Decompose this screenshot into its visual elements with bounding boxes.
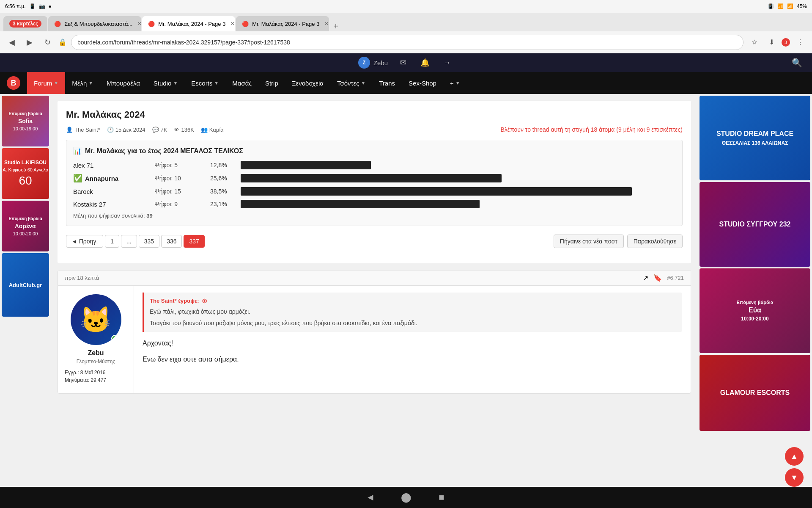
svg-text:B: B: [11, 79, 16, 87]
scroll-up-button[interactable]: ▲: [785, 447, 804, 466]
poll-row-2: ✅ Annapurna Ψήφοι: 10 25,6%: [73, 174, 675, 183]
status-bar: 6:56 π.μ. 📱 📷 ● 📳 📶 📶 45%: [0, 0, 812, 13]
right-ad-1[interactable]: STUDIO DREAM PLACE ΘΕΣΣΑΛΙΑΣ 136 ΑΛΑΙΩΝΑ…: [700, 96, 810, 180]
thread-author: 👤 The Saint*: [66, 127, 100, 133]
page-btn-1[interactable]: 1: [105, 235, 119, 248]
nav-studio[interactable]: Studio ▼: [147, 72, 184, 94]
follow-button[interactable]: Παρακολούθησε: [627, 235, 683, 248]
notifications-button[interactable]: 🔔: [418, 56, 432, 69]
poll-votes-4: Ψήφοι: 9: [154, 201, 205, 207]
nav-meli[interactable]: Μέλη ▼: [65, 72, 100, 94]
tab-count-badge: 3 καρτέλες: [9, 20, 41, 28]
brand-logo[interactable]: B: [0, 72, 27, 94]
nav-tsontes-label: Τσόντες: [337, 80, 359, 87]
nav-masaz[interactable]: Μασάζ: [225, 72, 258, 94]
home-nav-button[interactable]: ⬤: [397, 488, 415, 507]
nav-meli-label: Μέλη: [72, 80, 87, 87]
post-username[interactable]: Zebu: [65, 349, 127, 357]
right-sidebar: STUDIO DREAM PLACE ΘΕΣΣΑΛΙΑΣ 136 ΑΛΑΙΩΝΑ…: [698, 94, 812, 433]
nav-xenodoxeia-label: Ξενοδοχεία: [292, 80, 324, 87]
post-user-meta: Εγγρ.: 8 Μαΐ 2016 Μηνύματα: 29.477: [65, 370, 127, 383]
poll-bar-4: [241, 200, 675, 208]
tab2-favicon: 🔴: [54, 21, 61, 27]
page-btn-335[interactable]: 335: [139, 235, 159, 248]
nav-escorts[interactable]: Escorts ▼: [184, 72, 225, 94]
poll-candidate-3: Barock: [73, 188, 149, 195]
back-nav-button[interactable]: ◄: [361, 488, 380, 507]
nav-tsontes[interactable]: Τσόντες ▼: [330, 72, 372, 94]
nav-sexshop[interactable]: Sex-Shop: [402, 72, 443, 94]
right-ad3-label: Επόμενη βάρδια: [736, 300, 773, 305]
nav-tsontes-chevron: ▼: [361, 80, 365, 86]
reload-button[interactable]: ↻: [41, 36, 54, 49]
search-button[interactable]: 🔍: [790, 56, 804, 69]
thread-meta: 👤 The Saint* 🕐 15 Δεκ 2024 💬 7K 👁 136K 👥: [66, 126, 683, 133]
goto-new-post-button[interactable]: Πήγαινε στα νέα ποστ: [554, 235, 624, 248]
right-ad-4[interactable]: GLAMOUR ESCORTS: [700, 355, 810, 431]
bookmark-post-button[interactable]: 🔖: [653, 274, 662, 282]
nav-escorts-chevron: ▼: [214, 80, 219, 86]
user-profile-link[interactable]: Z Zebu: [358, 57, 388, 69]
tab3-close[interactable]: ✕: [230, 21, 235, 27]
online-indicator: ✓: [111, 335, 119, 342]
left-ad1-label: Επόμενη βάρδια: [8, 111, 42, 116]
tab2-close[interactable]: ✕: [137, 21, 141, 27]
post-time: πριν 18 λεπτά: [65, 275, 99, 281]
post-header: πριν 18 λεπτά ↗ 🔖 #6.721: [58, 271, 691, 286]
tab-4[interactable]: 🔴 Mr. Μαλάκας 2024 - Page 3 ✕: [236, 16, 329, 31]
tab4-favicon: 🔴: [242, 21, 249, 27]
nav-mpourdela[interactable]: Μπουρδέλα: [100, 72, 147, 94]
left-ad1-hours: 10:00-19:00: [13, 126, 38, 131]
recents-nav-button[interactable]: ■: [432, 488, 451, 507]
bookmark-button[interactable]: ☆: [748, 36, 761, 49]
quote-block: The Saint* έγραψε: ⊕ Εγώ πάλι, φτωχικά ό…: [143, 293, 682, 332]
thread-replies: 💬 7K: [152, 127, 167, 133]
nav-xenodoxeia[interactable]: Ξενοδοχεία: [285, 72, 330, 94]
nav-forum-label: Forum: [34, 80, 52, 87]
post-user-rank: Γλομπεο-Μύστης: [65, 359, 127, 364]
url-input[interactable]: [71, 35, 743, 50]
right-ad-2[interactable]: STUDIO ΣΥΓΓΡΟΥ 232: [700, 182, 810, 267]
thread-followers: 👥 Καμία: [201, 127, 224, 133]
nav-strip[interactable]: Strip: [258, 72, 285, 94]
poll-votes-2: Ψήφοι: 10: [154, 175, 205, 182]
quote-expand-button[interactable]: ⊕: [202, 297, 207, 305]
nav-more[interactable]: + ▼: [443, 72, 467, 94]
left-ad-3[interactable]: Επόμενη βάρδια Λορένα 10:00-20:00: [2, 201, 49, 251]
left-ad3-hours: 10:00-20:00: [13, 231, 38, 236]
download-button[interactable]: ⬇: [765, 36, 778, 49]
scroll-down-button[interactable]: ▼: [785, 468, 804, 487]
poll-row-3: Barock Ψήφοι: 15 38,5%: [73, 187, 675, 196]
right-ad-3[interactable]: Επόμενη βάρδια Εύα 10:00-20:00: [700, 268, 810, 353]
right-ad4-title: GLAMOUR ESCORTS: [720, 389, 790, 397]
user-toolbar: Z Zebu ✉ 🔔 → 🔍: [0, 53, 812, 72]
forward-button[interactable]: ▶: [23, 36, 36, 49]
page-btn-337[interactable]: 337: [184, 235, 204, 248]
wifi-icon: 📶: [787, 3, 793, 9]
prev-page-button[interactable]: ◄ Προηγ.: [66, 235, 103, 248]
messages-button[interactable]: ✉: [396, 56, 410, 69]
left-ad-2[interactable]: Studio L.KIFISOU Α. Κηφισού 60 Αγγελο 60: [2, 148, 49, 199]
tab-count[interactable]: 3 καρτέλες: [3, 16, 47, 31]
page-wrapper: Επόμενη βάρδια Sofia 10:00-19:00 Studio …: [0, 94, 812, 433]
share-button[interactable]: ↗: [643, 274, 648, 282]
tab4-close[interactable]: ✕: [324, 21, 329, 27]
main-nav: B Forum ▼ Μέλη ▼ Μπουρδέλα Studio ▼ Esco…: [0, 72, 812, 94]
new-tab-button[interactable]: +: [330, 22, 342, 31]
tab-2[interactable]: 🔴 Σεξ & Μπουρδελοκαταστά... ✕: [48, 16, 141, 31]
nav-forum[interactable]: Forum ▼: [27, 72, 65, 94]
tab-3[interactable]: 🔴 Mr. Μαλάκας 2024 - Page 3 ✕: [142, 16, 235, 31]
user-avatar-small: Z: [358, 57, 370, 69]
left-ad-1[interactable]: Επόμενη βάρδια Sofia 10:00-19:00: [2, 96, 49, 146]
back-button[interactable]: ◀: [5, 36, 19, 49]
page-btn-336[interactable]: 336: [161, 235, 182, 248]
tab-count-badge2[interactable]: 3: [782, 38, 790, 47]
logout-button[interactable]: →: [440, 56, 454, 69]
nav-trans[interactable]: Trans: [372, 72, 402, 94]
left-ad-4[interactable]: AdultClub.gr: [2, 253, 49, 317]
messages-row: Μηνύματα: 29.477: [65, 377, 127, 383]
winner-check-icon: ✅: [73, 174, 82, 183]
right-ad1-title: STUDIO DREAM PLACE: [716, 130, 793, 138]
tab-bar: 3 καρτέλες 🔴 Σεξ & Μπουρδελοκαταστά... ✕…: [0, 13, 812, 31]
menu-button[interactable]: ⋮: [793, 36, 807, 49]
